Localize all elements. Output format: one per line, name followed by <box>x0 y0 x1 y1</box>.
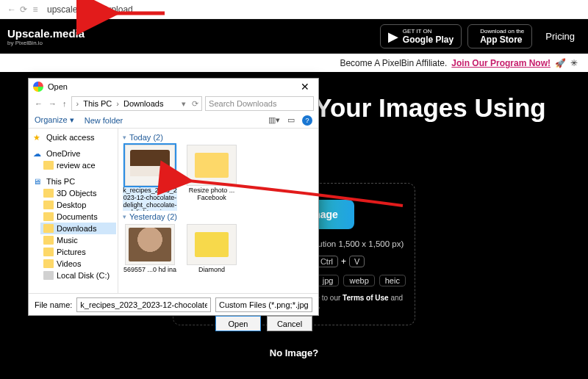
tune-icon[interactable]: ≡ <box>29 4 41 15</box>
format-chip: jpg <box>317 275 340 286</box>
filetype-select[interactable] <box>215 297 312 312</box>
file-list: Today (2) k_recipes_2023_2023-12-chocola… <box>118 129 318 293</box>
google-play-badge[interactable]: ▶ GET IT ONGoogle Play <box>380 24 462 48</box>
no-image-prompt: No Image? <box>0 347 588 358</box>
tree-onedrive[interactable]: ☁OneDrive <box>30 148 116 159</box>
forward-icon[interactable]: → <box>47 99 58 108</box>
file-label: k_recipes_2023_2023-12-chocolate-delight… <box>123 187 177 211</box>
tree-folder[interactable]: review ace <box>40 159 116 171</box>
file-item[interactable]: Diamond <box>184 224 239 290</box>
file-item[interactable]: 569557 ...0 hd ina <box>123 224 177 290</box>
preview-icon[interactable]: ▭ <box>287 115 295 126</box>
logo-sub: by PixelBin.io <box>7 40 85 46</box>
tree-quick-access[interactable]: ★Quick access <box>30 131 116 143</box>
rocket-icon: 🚀 <box>555 58 566 68</box>
sparkle-icon: ✳ <box>570 58 578 68</box>
dialog-toolbar: Organize ▾ New folder ▥▾ ▭ ? <box>29 112 318 129</box>
tree-folder[interactable]: Documents <box>40 211 116 223</box>
breadcrumb[interactable]: › This PC › Downloads ▾ ⟳ <box>71 96 203 111</box>
filename-label: File name: <box>35 300 72 309</box>
app-store-badge[interactable]: Download on theApp Store <box>467 24 532 48</box>
search-input[interactable]: Search Downloads <box>205 96 314 111</box>
kbd-plus: + <box>341 256 346 267</box>
chrome-icon <box>33 82 43 92</box>
refresh-icon[interactable]: ⟳ <box>192 99 198 109</box>
tree-disk[interactable]: Local Disk (C:) <box>40 270 116 281</box>
tree-downloads[interactable]: Downloads <box>40 223 116 234</box>
breadcrumb-seg[interactable]: Downloads <box>123 99 163 108</box>
dialog-title: Open <box>48 82 296 91</box>
open-button[interactable]: Open <box>215 316 261 331</box>
affiliate-banner: Become A PixelBin Affiliate. Join Our Pr… <box>0 54 588 72</box>
tree-folder[interactable]: Videos <box>40 258 116 270</box>
affiliate-join-link[interactable]: Join Our Program Now! <box>451 58 551 68</box>
format-chip: webp <box>343 275 374 286</box>
dialog-address-row: ← → ↑ › This PC › Downloads ▾ ⟳ Search D… <box>29 95 318 112</box>
group-yesterday[interactable]: Yesterday (2) <box>123 212 314 221</box>
browser-address-bar: ← ⟳ ≡ upscale.media/upload <box>0 0 588 19</box>
breadcrumb-seg[interactable]: This PC <box>83 99 112 108</box>
folder-tree[interactable]: ★Quick access ☁OneDrive review ace 🖥This… <box>29 129 118 293</box>
format-chip: heic <box>379 275 406 286</box>
file-label: 569557 ...0 hd ina <box>123 267 177 290</box>
cancel-button[interactable]: Cancel <box>267 316 312 331</box>
dialog-title-bar: Open ✕ <box>29 79 318 95</box>
pricing-link[interactable]: Pricing <box>545 31 575 42</box>
file-item-selected[interactable]: k_recipes_2023_2023-12-chocolate-delight… <box>123 145 177 211</box>
organize-menu[interactable]: Organize ▾ <box>35 115 74 125</box>
tree-folder[interactable]: Desktop <box>40 199 116 211</box>
site-logo[interactable]: Upscale.media by PixelBin.io <box>7 27 85 46</box>
site-header: Upscale.media by PixelBin.io ▶ GET IT ON… <box>0 19 588 54</box>
chevron-right-icon: › <box>115 99 121 108</box>
kbd-v: V <box>349 256 365 267</box>
tou-link[interactable]: Terms of Use <box>343 294 389 302</box>
tree-this-pc[interactable]: 🖥This PC <box>30 176 116 187</box>
appstore-big: App Store <box>480 35 524 45</box>
dialog-footer: File name: <box>29 293 318 316</box>
search-placeholder: Search Downloads <box>209 99 276 108</box>
file-item[interactable]: Resize photo ... Facebook <box>184 145 239 211</box>
gplay-big: Google Play <box>403 35 453 45</box>
file-label: Resize photo ... Facebook <box>184 187 239 211</box>
gplay-top: GET IT ON <box>403 28 432 35</box>
url-text[interactable]: upscale.media/upload <box>47 4 133 15</box>
up-icon[interactable]: ↑ <box>61 99 68 108</box>
play-icon: ▶ <box>388 29 398 45</box>
tree-folder[interactable]: Music <box>40 234 116 246</box>
help-icon[interactable]: ? <box>302 115 312 126</box>
view-icon[interactable]: ▥▾ <box>268 115 280 126</box>
group-today[interactable]: Today (2) <box>123 133 314 142</box>
reload-icon[interactable]: ⟳ <box>18 4 29 15</box>
back-icon[interactable]: ← <box>33 99 44 108</box>
back-icon[interactable]: ← <box>6 4 18 15</box>
new-folder-button[interactable]: New folder <box>85 116 123 125</box>
chevron-right-icon: › <box>75 99 81 108</box>
file-open-dialog: Open ✕ ← → ↑ › This PC › Downloads ▾ ⟳ S… <box>28 78 319 316</box>
tree-folder[interactable]: Pictures <box>40 246 116 258</box>
affiliate-text: Become A PixelBin Affiliate. <box>340 58 447 68</box>
chevron-down-icon[interactable]: ▾ <box>182 99 186 109</box>
filename-input[interactable] <box>76 297 211 312</box>
appstore-top: Download on the <box>480 28 524 35</box>
close-icon[interactable]: ✕ <box>296 81 314 93</box>
tree-folder[interactable]: 3D Objects <box>40 187 116 199</box>
logo-top: Upscale.media <box>7 27 85 40</box>
file-label: Diamond <box>184 267 239 290</box>
